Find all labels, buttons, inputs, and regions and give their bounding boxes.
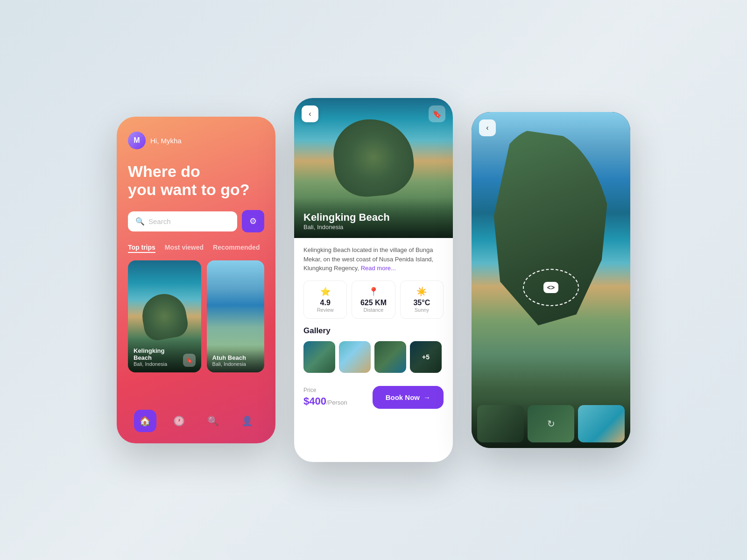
- back-button[interactable]: ‹: [302, 105, 318, 122]
- review-value: 4.9: [308, 299, 343, 307]
- phone-gallery-screen: ‹ <>: [472, 112, 630, 448]
- gallery-thumb-2[interactable]: [339, 341, 371, 373]
- bottom-navigation: 🏠 🕐 🔍 👤: [128, 402, 264, 436]
- review-label: Review: [308, 307, 343, 313]
- gallery-row: +5: [303, 341, 444, 373]
- price-book-row: Price $400/Person Book Now →: [303, 382, 444, 409]
- card-label-kelingking: Kelingking Beach Bali, Indonesia 🔖: [128, 338, 201, 372]
- sun-icon: ☀️: [404, 287, 439, 297]
- nav-search[interactable]: 🔍: [202, 410, 225, 432]
- price-value: $400/Person: [303, 395, 347, 407]
- nav-history[interactable]: 🕐: [168, 410, 190, 432]
- headline: Where do you want to go?: [128, 162, 264, 199]
- stat-review: ⭐ 4.9 Review: [303, 280, 347, 319]
- arrow-icon: →: [423, 393, 430, 401]
- stats-row: ⭐ 4.9 Review 📍 625 KM Distance ☀️ 35°C S…: [303, 280, 444, 319]
- nav-home[interactable]: 🏠: [134, 410, 156, 432]
- card-atuh[interactable]: Atuh Beach Bali, Indonesia: [207, 260, 264, 372]
- bottom-thumb-2[interactable]: [528, 405, 574, 442]
- tab-top-trips[interactable]: Top trips: [128, 244, 155, 253]
- card-label-atuh: Atuh Beach Bali, Indonesia: [207, 345, 264, 372]
- back-button-3[interactable]: ‹: [479, 119, 496, 136]
- place-location: Bali, Indonesia: [303, 224, 444, 231]
- bottom-gallery: [472, 399, 630, 448]
- location-icon: 📍: [356, 287, 391, 297]
- trip-cards: Kelingking Beach Bali, Indonesia 🔖 Atuh …: [128, 260, 264, 402]
- card-location-atuh: Bali, Indonesia: [212, 361, 246, 367]
- price-label: Price: [303, 387, 347, 393]
- category-tabs: Top trips Most viewed Recommended: [128, 244, 264, 253]
- code-icon: <>: [543, 282, 558, 293]
- price-section: Price $400/Person: [303, 387, 347, 407]
- gallery-title: Gallery: [303, 326, 444, 336]
- phone-detail-screen: ‹ 🔖 Kelingking Beach Bali, Indonesia Kel…: [294, 98, 453, 462]
- read-more-link[interactable]: Read more...: [361, 265, 396, 272]
- weather-label: Sunny: [404, 307, 439, 313]
- stat-distance: 📍 625 KM Distance: [352, 280, 395, 319]
- nav-profile[interactable]: 👤: [236, 410, 259, 432]
- star-icon: ⭐: [308, 287, 343, 297]
- search-icon: 🔍: [135, 217, 145, 226]
- card-title-atuh: Atuh Beach: [212, 354, 246, 361]
- search-input[interactable]: 🔍 Search: [128, 211, 237, 231]
- description-text: Kelingking Beach located in the village …: [303, 245, 444, 273]
- tab-recommended[interactable]: Recommended: [213, 244, 260, 253]
- hero-section: ‹ 🔖 Kelingking Beach Bali, Indonesia: [294, 98, 453, 238]
- bookmark-icon-kelingking[interactable]: 🔖: [183, 354, 196, 367]
- gallery-more-label: +5: [410, 341, 442, 373]
- fullscreen-view: ‹ <>: [472, 112, 630, 448]
- avatar: M: [128, 132, 146, 149]
- greeting-text: Hi, Mykha: [150, 137, 182, 145]
- header: M Hi, Mykha: [128, 132, 264, 149]
- save-button[interactable]: 🔖: [429, 105, 445, 122]
- card-kelingking[interactable]: Kelingking Beach Bali, Indonesia 🔖: [128, 260, 201, 372]
- bottom-thumb-3[interactable]: [578, 405, 625, 442]
- gallery-thumb-3[interactable]: [374, 341, 406, 373]
- search-bar: 🔍 Search ⚙: [128, 210, 264, 232]
- phone-home-screen: M Hi, Mykha Where do you want to go? 🔍 S…: [117, 117, 275, 443]
- detail-body: Kelingking Beach located in the village …: [294, 238, 453, 462]
- hero-info: Kelingking Beach Bali, Indonesia: [294, 197, 453, 238]
- bottom-thumb-1[interactable]: [477, 405, 524, 442]
- dashed-circle-overlay: <>: [523, 269, 579, 306]
- gallery-thumb-more[interactable]: +5: [410, 341, 442, 373]
- card-title-kelingking: Kelingking Beach: [134, 347, 183, 361]
- book-now-button[interactable]: Book Now →: [373, 386, 444, 409]
- tab-most-viewed[interactable]: Most viewed: [165, 244, 204, 253]
- card-location-kelingking: Bali, Indonesia: [134, 361, 183, 367]
- distance-label: Distance: [356, 307, 391, 313]
- filter-button[interactable]: ⚙: [242, 210, 264, 232]
- temp-value: 35°C: [404, 299, 439, 307]
- place-name: Kelingking Beach: [303, 211, 444, 224]
- stat-weather: ☀️ 35°C Sunny: [400, 280, 444, 319]
- gallery-thumb-1[interactable]: [303, 341, 335, 373]
- search-placeholder-text: Search: [148, 217, 171, 225]
- distance-value: 625 KM: [356, 299, 391, 307]
